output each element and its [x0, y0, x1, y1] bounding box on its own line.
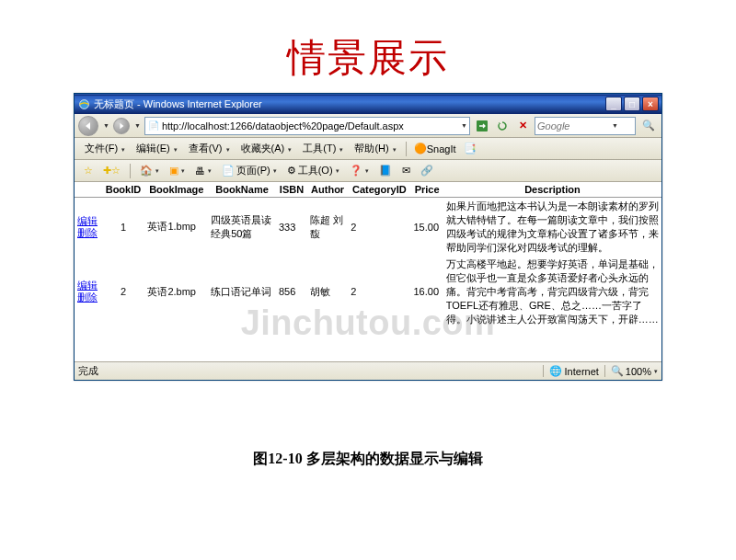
cell-price: 15.00 [410, 198, 443, 257]
menu-help[interactable]: 帮助(H) ▾ [350, 140, 400, 157]
cell-bookname: 练口语记单词 [208, 256, 276, 327]
maximize-button[interactable]: □ [624, 97, 640, 111]
col-ops [75, 182, 102, 198]
cell-categoryid: 2 [348, 198, 410, 257]
research-button[interactable]: 📘 [375, 163, 396, 179]
delete-link[interactable]: 删除 [77, 227, 99, 239]
menu-bar: 文件(F) ▾ 编辑(E) ▾ 查看(V) ▾ 收藏夹(A) ▾ 工具(T) ▾… [75, 138, 661, 160]
cell-isbn: 856 [276, 256, 307, 327]
data-table: BookID BookImage BookName ISBN Author Ca… [75, 182, 661, 328]
col-price: Price [410, 182, 443, 198]
minimize-button[interactable]: _ [605, 97, 622, 111]
col-isbn: ISBN [276, 182, 307, 198]
snagit-icon: 🟠 [414, 143, 427, 154]
command-bar: ☆ ✚☆ 🏠▾ ▣▾ 🖶▾ 📄页面(P)▾ ⚙工具(O)▾ ❓▾ 📘 ✉ 🔗 [75, 160, 661, 182]
back-button[interactable] [78, 116, 98, 136]
zoom-icon: 🔍 [611, 365, 624, 377]
col-description: Description [443, 182, 661, 198]
col-author: Author [307, 182, 348, 198]
col-categoryid: CategoryID [348, 182, 410, 198]
help-icon: ❓ [350, 165, 362, 177]
home-button[interactable]: 🏠▾ [136, 163, 163, 179]
home-icon: 🏠 [140, 165, 153, 177]
status-bar: 完成 🌐 Internet 🔍 100% ▾ [75, 361, 661, 380]
slide-title: 情景展示 [0, 0, 736, 93]
cell-author: 陈超 刘馥 [307, 198, 348, 257]
status-done: 完成 [78, 364, 98, 378]
favorites-star-button[interactable]: ☆ [80, 163, 97, 179]
cell-description: 万丈高楼平地起。想要学好英语，单词是基础，但它似乎也一直是众多英语爱好者心头永远… [443, 256, 661, 327]
address-bar[interactable]: 📄 ▼ [144, 117, 470, 135]
edit-link[interactable]: 编辑 [77, 280, 99, 291]
figure-caption: 图12-10 多层架构的数据显示与编辑 [0, 450, 736, 469]
address-dropdown-icon[interactable]: ▼ [461, 122, 467, 129]
feeds-button[interactable]: ▣▾ [166, 163, 189, 179]
cell-bookimage: 英语1.bmp [144, 198, 208, 257]
address-input[interactable] [162, 120, 460, 131]
page-icon: 📄 [147, 120, 160, 132]
ie-window: 无标题页 - Windows Internet Explorer _ □ × ▼… [74, 93, 662, 381]
nav-toolbar: ▼ ▼ 📄 ▼ ✕ ▼ 🔍 [75, 114, 661, 138]
menu-file[interactable]: 文件(F) ▾ [80, 140, 130, 157]
gear-icon: ⚙ [287, 165, 296, 177]
snagit-window-button[interactable]: 📑 [461, 140, 479, 158]
page-menu[interactable]: 📄页面(P)▾ [218, 163, 281, 179]
col-bookid: BookID [102, 182, 145, 198]
tools-menu[interactable]: ⚙工具(O)▾ [283, 163, 343, 179]
snagit-button[interactable]: 🟠 SnagIt [411, 140, 459, 158]
refresh-button[interactable] [494, 117, 511, 135]
table-header-row: BookID BookImage BookName ISBN Author Ca… [75, 182, 661, 198]
cell-bookid: 1 [102, 198, 145, 257]
zoom-value: 100% [626, 366, 651, 377]
add-favorite-button[interactable]: ✚☆ [99, 163, 124, 179]
search-dropdown-icon[interactable]: ▼ [612, 122, 618, 129]
cell-bookid: 2 [102, 256, 145, 327]
search-box[interactable]: ▼ [535, 117, 636, 135]
menu-view[interactable]: 查看(V) ▾ [184, 140, 235, 157]
print-button[interactable]: 🖶▾ [191, 163, 215, 179]
cell-categoryid: 2 [348, 256, 410, 327]
page-icon: 📄 [222, 165, 235, 177]
col-bookimage: BookImage [144, 182, 208, 198]
cell-author: 胡敏 [307, 256, 348, 327]
cell-bookimage: 英语2.bmp [144, 256, 208, 327]
snagit-label: SnagIt [427, 143, 456, 154]
zoom-dropdown-icon[interactable]: ▾ [654, 368, 658, 375]
close-button[interactable]: × [642, 97, 659, 111]
print-icon: 🖶 [195, 166, 205, 177]
zoom-control[interactable]: 🔍 100% ▾ [604, 365, 658, 377]
ie-logo-icon [77, 97, 90, 110]
edit-link[interactable]: 编辑 [77, 215, 99, 227]
go-button[interactable] [474, 117, 490, 135]
col-bookname: BookName [208, 182, 276, 198]
window-title: 无标题页 - Windows Internet Explorer [94, 97, 605, 111]
content-area: BookID BookImage BookName ISBN Author Ca… [75, 182, 661, 361]
table-row: 编辑 删除 1 英语1.bmp 四级英语晨读经典50篇 333 陈超 刘馥 2 … [75, 198, 661, 257]
cell-description: 如果片面地把这本书认为是一本朗读素材的罗列就大错特错了。在每一篇朗读文章中，我们… [443, 198, 661, 257]
forward-button[interactable] [113, 118, 130, 134]
back-dropdown-icon[interactable]: ▼ [103, 122, 109, 129]
feeds-icon: ▣ [169, 165, 178, 177]
search-button[interactable]: 🔍 [639, 117, 658, 135]
mail-button[interactable]: ✉ [398, 163, 414, 179]
search-input[interactable] [537, 120, 611, 131]
table-row: 编辑 删除 2 英语2.bmp 练口语记单词 856 胡敏 2 16.00 万丈… [75, 256, 661, 327]
cell-bookname: 四级英语晨读经典50篇 [208, 198, 276, 257]
separator [406, 142, 407, 156]
cell-price: 16.00 [410, 256, 443, 327]
separator [130, 164, 131, 178]
menu-tools[interactable]: 工具(T) ▾ [298, 140, 348, 157]
menu-favorites[interactable]: 收藏夹(A) ▾ [236, 140, 297, 157]
titlebar: 无标题页 - Windows Internet Explorer _ □ × [75, 94, 661, 114]
delete-link[interactable]: 删除 [77, 291, 99, 303]
internet-zone-icon: 🌐 [549, 365, 562, 377]
status-zone: 🌐 Internet [543, 365, 599, 377]
svg-point-0 [79, 99, 88, 109]
menu-edit[interactable]: 编辑(E) ▾ [132, 140, 182, 157]
help-button[interactable]: ❓▾ [346, 163, 373, 179]
cell-isbn: 333 [276, 198, 307, 257]
stop-button[interactable]: ✕ [514, 117, 531, 135]
forward-dropdown-icon[interactable]: ▼ [134, 122, 141, 129]
extra-button[interactable]: 🔗 [417, 163, 437, 179]
